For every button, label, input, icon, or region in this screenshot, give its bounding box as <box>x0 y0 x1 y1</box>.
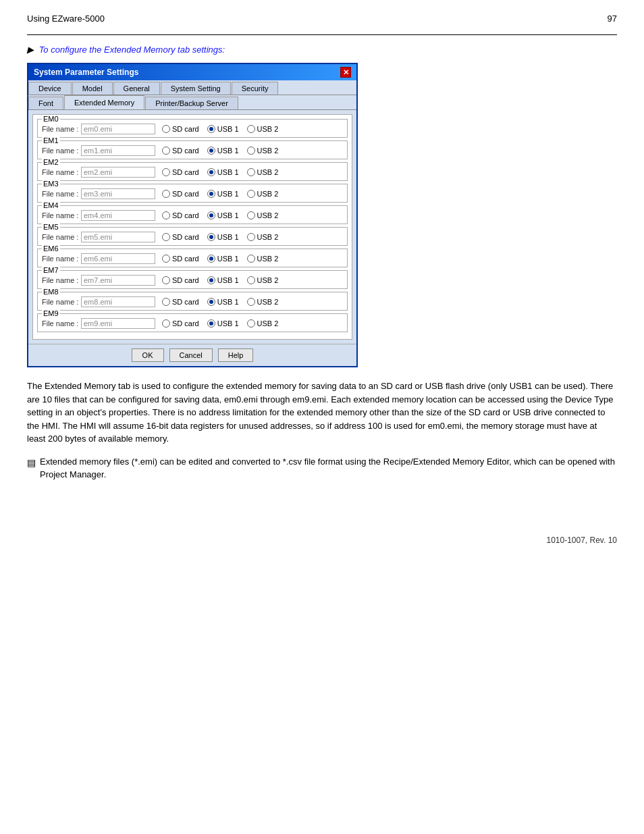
em-file-input-2[interactable] <box>81 167 155 178</box>
em-sd-radio-7[interactable]: SD card <box>162 276 199 284</box>
em-sd-radio-0[interactable]: SD card <box>162 125 199 133</box>
em-usb1-label-7: USB 1 <box>217 276 239 284</box>
em-usb1-radio-1[interactable]: USB 1 <box>207 147 239 155</box>
em-group-label-1: EM1 <box>42 136 60 145</box>
em-usb2-label-4: USB 2 <box>257 211 279 219</box>
em-sd-label-6: SD card <box>172 255 199 263</box>
em-usb1-circle-0 <box>207 125 215 133</box>
em-usb1-radio-5[interactable]: USB 1 <box>207 233 239 241</box>
em-file-label-7: File name : <box>42 276 81 284</box>
cancel-button[interactable]: Cancel <box>169 348 213 362</box>
intro-line: ▶ To configure the Extended Memory tab s… <box>27 45 617 55</box>
em-usb2-radio-0[interactable]: USB 2 <box>247 125 279 133</box>
ok-button[interactable]: OK <box>132 348 164 362</box>
em-sd-circle-0 <box>162 125 170 133</box>
em-file-label-1: File name : <box>42 147 81 155</box>
tab-printer-backup[interactable]: Printer/Backup Server <box>145 97 238 109</box>
em-usb2-radio-4[interactable]: USB 2 <box>247 211 279 219</box>
em-file-input-0[interactable] <box>81 124 155 134</box>
em-row-4: File name : SD card USB 1 USB 2 <box>42 210 343 221</box>
dialog-content: EM0 File name : SD card USB 1 USB 2 <box>32 114 352 340</box>
em-sd-circle-7 <box>162 276 170 284</box>
em-usb2-radio-3[interactable]: USB 2 <box>247 190 279 198</box>
tab-security[interactable]: Security <box>232 82 279 95</box>
em-file-label-5: File name : <box>42 233 81 241</box>
tab-model[interactable]: Model <box>72 82 113 95</box>
em-usb1-radio-9[interactable]: USB 1 <box>207 319 239 328</box>
tab-general[interactable]: General <box>113 82 160 95</box>
tab-system-setting[interactable]: System Setting <box>161 82 231 95</box>
em-row-2: File name : SD card USB 1 USB 2 <box>42 167 343 178</box>
em-group-label-6: EM6 <box>42 244 60 253</box>
em-usb2-circle-1 <box>247 147 255 155</box>
em-usb2-label-1: USB 2 <box>257 147 279 155</box>
tab-extended-memory[interactable]: Extended Memory <box>64 95 144 109</box>
dialog-tabs-row1: Device Model General System Setting Secu… <box>28 80 356 95</box>
help-button[interactable]: Help <box>218 348 254 362</box>
em-usb1-circle-7 <box>207 276 215 284</box>
em-sd-circle-8 <box>162 298 170 306</box>
em-sd-radio-2[interactable]: SD card <box>162 168 199 176</box>
em-usb1-radio-4[interactable]: USB 1 <box>207 211 239 219</box>
em-usb1-radio-2[interactable]: USB 1 <box>207 168 239 176</box>
intro-text: To configure the Extended Memory tab set… <box>39 45 225 55</box>
em-row-3: File name : SD card USB 1 USB 2 <box>42 188 343 199</box>
em-sd-radio-8[interactable]: SD card <box>162 298 199 306</box>
em-usb1-radio-0[interactable]: USB 1 <box>207 125 239 133</box>
em-group-label-8: EM8 <box>42 288 60 296</box>
em-usb1-circle-4 <box>207 211 215 219</box>
revision-text: 1010-1007, Rev. 10 <box>546 536 617 545</box>
dialog-titlebar: System Parameter Settings ✕ <box>28 64 356 80</box>
em-group-em5: EM5 File name : SD card USB 1 USB 2 <box>37 227 348 246</box>
em-usb1-radio-8[interactable]: USB 1 <box>207 298 239 306</box>
em-usb1-radio-3[interactable]: USB 1 <box>207 190 239 198</box>
em-usb2-radio-7[interactable]: USB 2 <box>247 276 279 284</box>
em-usb1-circle-1 <box>207 147 215 155</box>
em-sd-radio-5[interactable]: SD card <box>162 233 199 241</box>
em-usb1-label-2: USB 1 <box>217 168 239 176</box>
em-row-7: File name : SD card USB 1 USB 2 <box>42 275 343 286</box>
em-usb2-radio-6[interactable]: USB 2 <box>247 255 279 263</box>
dialog-title: System Parameter Settings <box>34 68 138 77</box>
em-radio-group-2: SD card USB 1 USB 2 <box>162 168 278 176</box>
em-usb1-radio-7[interactable]: USB 1 <box>207 276 239 284</box>
em-group-label-9: EM9 <box>42 309 60 317</box>
em-usb2-radio-1[interactable]: USB 2 <box>247 147 279 155</box>
tab-device[interactable]: Device <box>28 82 72 95</box>
em-usb2-radio-5[interactable]: USB 2 <box>247 233 279 241</box>
em-group-label-4: EM4 <box>42 201 60 209</box>
em-file-label-6: File name : <box>42 255 81 263</box>
em-usb1-label-4: USB 1 <box>217 211 239 219</box>
intro-arrow: ▶ <box>27 45 34 55</box>
body-text: The Extended Memory tab is used to confi… <box>27 380 617 446</box>
em-file-input-7[interactable] <box>81 275 155 286</box>
em-file-input-6[interactable] <box>81 253 155 264</box>
em-sd-circle-4 <box>162 211 170 219</box>
em-group-label-3: EM3 <box>42 180 60 188</box>
em-row-1: File name : SD card USB 1 USB 2 <box>42 145 343 156</box>
em-usb2-radio-8[interactable]: USB 2 <box>247 298 279 306</box>
em-file-input-9[interactable] <box>81 318 155 329</box>
em-radio-group-4: SD card USB 1 USB 2 <box>162 211 278 219</box>
close-button[interactable]: ✕ <box>340 67 351 78</box>
em-row-8: File name : SD card USB 1 USB 2 <box>42 296 343 307</box>
em-usb2-radio-9[interactable]: USB 2 <box>247 319 279 328</box>
em-sd-radio-1[interactable]: SD card <box>162 147 199 155</box>
em-sd-label-5: SD card <box>172 233 199 241</box>
em-sd-radio-6[interactable]: SD card <box>162 255 199 263</box>
em-file-input-8[interactable] <box>81 296 155 307</box>
em-usb2-radio-2[interactable]: USB 2 <box>247 168 279 176</box>
em-usb1-radio-6[interactable]: USB 1 <box>207 255 239 263</box>
em-file-input-1[interactable] <box>81 145 155 156</box>
page-number: 97 <box>608 14 617 24</box>
em-usb1-label-9: USB 1 <box>217 319 239 328</box>
em-sd-radio-3[interactable]: SD card <box>162 190 199 198</box>
em-sd-radio-9[interactable]: SD card <box>162 319 199 328</box>
em-file-input-4[interactable] <box>81 210 155 221</box>
em-file-label-0: File name : <box>42 125 81 133</box>
tab-font[interactable]: Font <box>28 97 63 109</box>
em-file-input-3[interactable] <box>81 188 155 199</box>
em-sd-radio-4[interactable]: SD card <box>162 211 199 219</box>
em-file-input-5[interactable] <box>81 232 155 242</box>
em-sd-circle-9 <box>162 319 170 328</box>
